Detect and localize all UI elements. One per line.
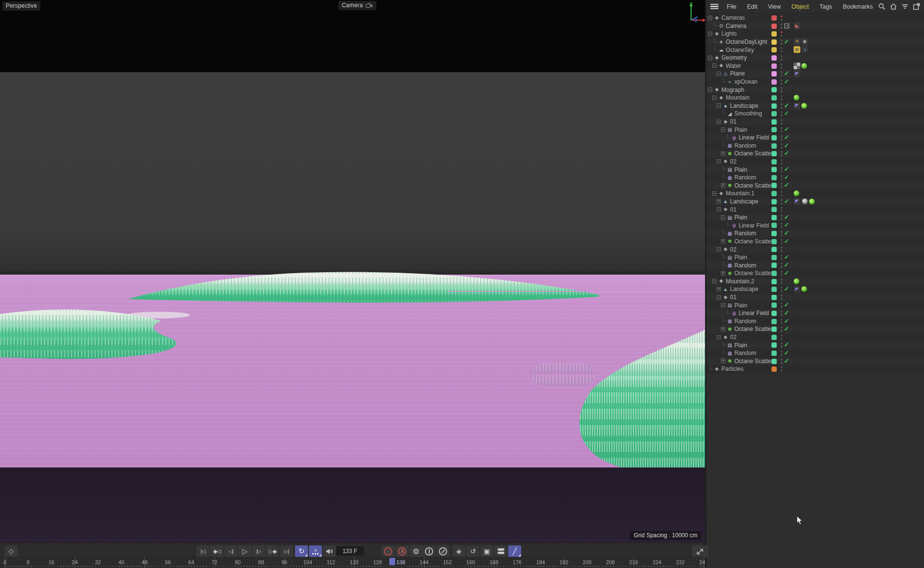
keyframe-marker-button[interactable]: ◇	[5, 545, 18, 557]
visibility-dots[interactable]	[781, 263, 783, 268]
enabled-check-icon[interactable]: ✓	[784, 181, 789, 189]
visibility-dots[interactable]	[781, 366, 783, 372]
viewport-perspective[interactable]: Perspective Camera Y X Z Grid Spacing : …	[0, 0, 705, 543]
collapse-icon[interactable]: −	[712, 96, 717, 100]
visibility-dots[interactable]	[781, 311, 783, 316]
layer-color-chip[interactable]	[771, 351, 777, 356]
layer-color-chip[interactable]	[771, 279, 777, 284]
pla-button[interactable]: ╱	[508, 545, 521, 557]
tree-row-plane-7[interactable]: −◇Plane✓◤	[706, 70, 924, 78]
loop-playback-button[interactable]: ↻	[295, 545, 308, 557]
layer-color-chip[interactable]	[771, 151, 777, 156]
play-button[interactable]: ▷	[238, 545, 251, 557]
arrows-tag-icon[interactable]: ⇄	[794, 46, 800, 53]
tree-row-mountain-1-22[interactable]: −❖Mountain.1	[706, 189, 924, 198]
visibility-dots[interactable]	[781, 103, 783, 109]
visibility-dots[interactable]	[781, 24, 783, 29]
enabled-check-icon[interactable]: ✓	[784, 165, 789, 173]
collapse-icon[interactable]: −	[717, 159, 721, 164]
visibility-dots[interactable]	[781, 223, 783, 228]
camtag-tag-icon[interactable]: ◣	[794, 23, 800, 29]
enabled-check-icon[interactable]: ✓	[784, 309, 789, 316]
collapse-icon[interactable]: −	[717, 335, 721, 340]
enabled-check-icon[interactable]: ✓	[784, 341, 789, 348]
visibility-dots[interactable]	[781, 231, 783, 236]
collapse-icon[interactable]: −	[717, 207, 721, 212]
tree-row-02-40[interactable]: −❖02	[706, 333, 924, 341]
collapse-icon[interactable]: −	[721, 127, 725, 132]
visibility-dots[interactable]	[781, 95, 783, 101]
prev-key-button[interactable]: ◆◁	[210, 545, 223, 557]
tree-row-random-38[interactable]: ▦Random✓	[706, 317, 924, 326]
tree-row-particles-44[interactable]: ❖Particles	[706, 365, 924, 373]
blob-tag-icon[interactable]	[794, 278, 799, 284]
phong-tag-icon[interactable]: ◤	[794, 102, 800, 109]
layer-color-chip[interactable]	[771, 271, 777, 276]
enabled-check-icon[interactable]: ✓	[784, 38, 789, 45]
popout-icon[interactable]	[913, 3, 920, 10]
tree-row-octane-scatter-28[interactable]: +✽Octane Scatter✓	[706, 238, 924, 246]
expand-icon[interactable]: +	[721, 151, 725, 156]
layer-color-chip[interactable]	[771, 342, 777, 348]
record-active-objects-button[interactable]	[382, 545, 395, 557]
collapse-icon[interactable]: −	[721, 215, 725, 220]
layer-color-chip[interactable]	[771, 311, 777, 316]
next-frame-button[interactable]: |▷	[252, 545, 265, 557]
layer-color-chip[interactable]	[771, 207, 777, 212]
tree-row-octanedaylight-3[interactable]: ☀OctaneDayLight✓☀◉	[706, 38, 924, 46]
layer-color-chip[interactable]	[771, 47, 777, 52]
tree-row-octane-scatter-32[interactable]: +✽Octane Scatter✓	[706, 269, 924, 278]
visibility-dots[interactable]	[781, 207, 783, 212]
expand-icon[interactable]: +	[721, 271, 725, 276]
layer-color-chip[interactable]	[771, 215, 777, 220]
tree-row-camera-1[interactable]: ⊙Camera◣	[706, 22, 924, 30]
menu-item-view[interactable]: View	[763, 3, 786, 10]
collapse-icon[interactable]: −	[712, 63, 717, 68]
tree-row-random-42[interactable]: ▦Random✓	[706, 349, 924, 357]
expand-icon[interactable]: +	[717, 199, 721, 203]
collapse-icon[interactable]: −	[717, 103, 721, 108]
visibility-dots[interactable]	[781, 287, 783, 292]
viewport-name-label[interactable]: Perspective	[2, 1, 40, 11]
layer-color-chip[interactable]	[771, 143, 777, 149]
tree-row-plain-25[interactable]: −▤Plain✓	[706, 214, 924, 222]
blob-tag-icon[interactable]	[801, 63, 807, 69]
layer-color-chip[interactable]	[771, 231, 777, 236]
visibility-dots[interactable]	[781, 351, 783, 356]
moon-tag-icon[interactable]: ◑	[801, 46, 808, 53]
visibility-dots[interactable]	[781, 15, 783, 21]
current-frame-field[interactable]: 133 F	[336, 546, 364, 555]
enabled-check-icon[interactable]: ✓	[784, 221, 789, 228]
animate-keyframes-button[interactable]: A	[309, 545, 322, 557]
tree-row-water-6[interactable]: −❖Water	[706, 62, 924, 70]
texture-tag-icon[interactable]	[794, 63, 800, 69]
layer-color-chip[interactable]	[771, 103, 777, 109]
collapse-icon[interactable]: −	[708, 56, 712, 60]
layer-color-chip[interactable]	[771, 366, 777, 372]
menu-item-bookmarks[interactable]: Bookmarks	[837, 3, 878, 10]
tree-row-cameras-0[interactable]: −❖Cameras	[706, 14, 924, 22]
layer-color-chip[interactable]	[771, 111, 777, 116]
tree-row-02-29[interactable]: −❖02	[706, 245, 924, 253]
visibility-dots[interactable]	[781, 167, 783, 172]
tree-row-plain-19[interactable]: ▤Plain✓	[706, 165, 924, 174]
tree-row-plain-30[interactable]: ▤Plain✓	[706, 253, 924, 262]
enabled-check-icon[interactable]: ✓	[784, 126, 789, 133]
tree-row-01-35[interactable]: −❖01	[706, 293, 924, 302]
sphere-tag-icon[interactable]	[801, 198, 808, 205]
visibility-dots[interactable]	[781, 31, 783, 37]
layer-color-chip[interactable]	[771, 223, 777, 228]
visibility-dots[interactable]	[781, 87, 783, 92]
visibility-dots[interactable]	[781, 183, 783, 188]
blob-tag-icon[interactable]	[794, 190, 799, 196]
enabled-check-icon[interactable]: ✓	[784, 70, 789, 77]
visibility-dots[interactable]	[781, 63, 783, 69]
visibility-dots[interactable]	[781, 175, 783, 180]
collapse-icon[interactable]: −	[717, 72, 721, 76]
autokeying-button[interactable]: A	[396, 545, 409, 557]
collapse-icon[interactable]: −	[717, 295, 721, 300]
enabled-check-icon[interactable]: ✓	[784, 325, 789, 332]
visibility-dots[interactable]	[781, 215, 783, 220]
keyframe-settings-button[interactable]: ⚙	[410, 545, 423, 557]
layer-color-chip[interactable]	[771, 167, 777, 172]
